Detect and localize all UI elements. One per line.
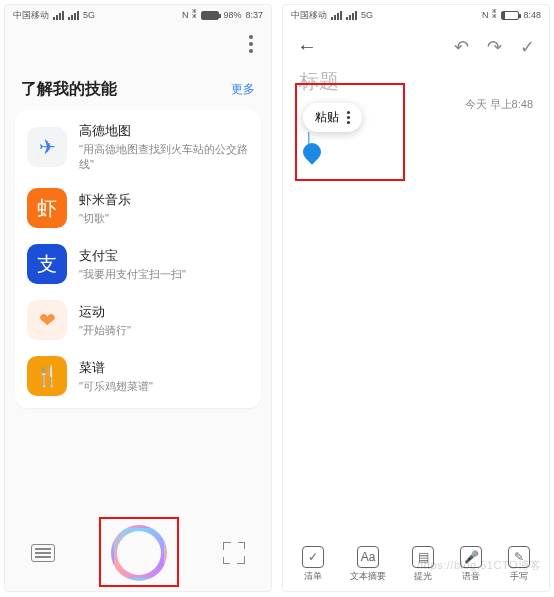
skill-title: 虾米音乐: [79, 191, 131, 209]
skill-example: "用高德地图查找到火车站的公交路线": [79, 142, 249, 172]
clock: 8:48: [523, 10, 541, 20]
network-label: 5G: [83, 10, 95, 20]
tool-文本摘要[interactable]: Aa文本摘要: [350, 546, 386, 583]
paste-label[interactable]: 粘贴: [315, 109, 339, 126]
skill-item[interactable]: ❤运动"开始骑行": [15, 292, 261, 348]
status-bar: 中国移动 5G N ⁑ 98% 8:37: [5, 5, 271, 25]
paste-more-icon[interactable]: [347, 111, 350, 124]
signal-icon: [53, 11, 64, 20]
redo-icon[interactable]: ↷: [487, 36, 502, 58]
battery-icon: [201, 11, 219, 20]
skill-title: 菜谱: [79, 359, 153, 377]
back-icon[interactable]: ←: [297, 35, 317, 58]
note-timestamp: 今天 早上8:48: [465, 97, 533, 112]
app-icon: 支: [27, 244, 67, 284]
bluetooth-icon: ⁑: [192, 10, 197, 20]
skill-title: 运动: [79, 303, 131, 321]
skill-example: "我要用支付宝扫一扫": [79, 267, 186, 282]
note-title-input[interactable]: 标题: [283, 62, 549, 95]
nfc-icon: N: [482, 10, 489, 20]
skill-example: "切歌": [79, 211, 131, 226]
skill-item[interactable]: ✈高德地图"用高德地图查找到火车站的公交路线": [15, 114, 261, 180]
tool-label: 清单: [304, 570, 322, 583]
overflow-menu-icon[interactable]: [249, 35, 253, 53]
network-label: 5G: [361, 10, 373, 20]
app-icon: ✈: [27, 127, 67, 167]
paste-popup[interactable]: 粘贴: [303, 103, 362, 132]
app-icon: 虾: [27, 188, 67, 228]
skill-item[interactable]: 🍴菜谱"可乐鸡翅菜谱": [15, 348, 261, 404]
tool-icon: Aa: [357, 546, 379, 568]
status-bar: 中国移动 5G N ⁑ 8:48: [283, 5, 549, 25]
voice-assistant-button[interactable]: [111, 525, 167, 581]
more-link[interactable]: 更多: [231, 81, 255, 98]
keyboard-icon[interactable]: [31, 544, 55, 562]
carrier-label: 中国移动: [13, 9, 49, 22]
app-icon: ❤: [27, 300, 67, 340]
tool-label: 文本摘要: [350, 570, 386, 583]
watermark: https://blog.51CTO博客: [417, 558, 541, 573]
tool-icon: ✓: [302, 546, 324, 568]
phone-voice-assistant: 中国移动 5G N ⁑ 98% 8:37 了解我的技能 更多 ✈高德地图"用高德…: [4, 4, 272, 592]
tool-清单[interactable]: ✓清单: [302, 546, 324, 583]
skill-example: "可乐鸡翅菜谱": [79, 379, 153, 394]
nfc-icon: N: [182, 10, 189, 20]
section-title: 了解我的技能: [21, 79, 117, 100]
carrier-label: 中国移动: [291, 9, 327, 22]
clock: 8:37: [245, 10, 263, 20]
app-icon: 🍴: [27, 356, 67, 396]
skill-title: 高德地图: [79, 122, 249, 140]
skill-card: ✈高德地图"用高德地图查找到火车站的公交路线"虾虾米音乐"切歌"支支付宝"我要用…: [15, 110, 261, 408]
skill-title: 支付宝: [79, 247, 186, 265]
scan-icon[interactable]: [223, 542, 245, 564]
signal-icon: [331, 11, 342, 20]
skill-item[interactable]: 虾虾米音乐"切歌": [15, 180, 261, 236]
skill-item[interactable]: 支支付宝"我要用支付宝扫一扫": [15, 236, 261, 292]
battery-pct: 98%: [223, 10, 241, 20]
skill-example: "开始骑行": [79, 323, 131, 338]
signal-icon: [346, 11, 357, 20]
battery-icon: [501, 11, 519, 20]
undo-icon[interactable]: ↶: [454, 36, 469, 58]
bluetooth-icon: ⁑: [492, 10, 497, 20]
signal-icon: [68, 11, 79, 20]
text-cursor-handle[interactable]: [299, 139, 324, 164]
done-icon[interactable]: ✓: [520, 36, 535, 58]
phone-notes-editor: 中国移动 5G N ⁑ 8:48 ← ↶ ↷ ✓ 标题 今天 早上8:48 粘: [282, 4, 550, 592]
